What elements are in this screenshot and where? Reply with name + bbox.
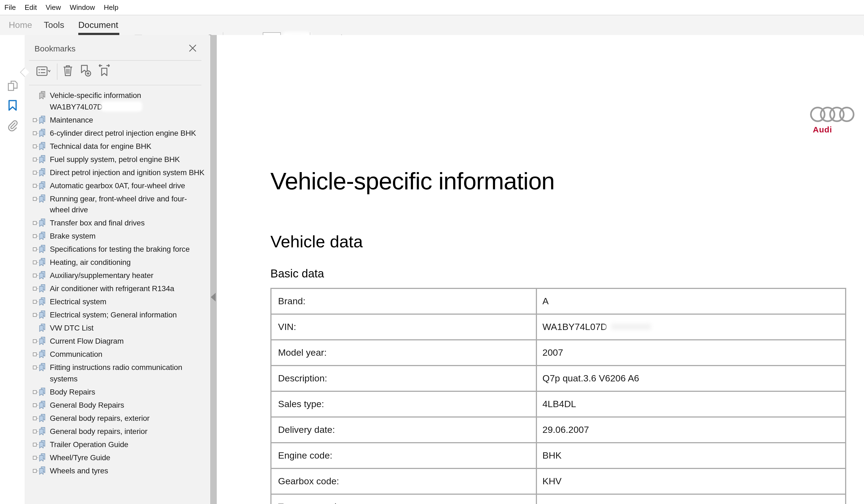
tree-expander-icon[interactable]	[33, 154, 38, 165]
expand-bookmark-icon[interactable]	[97, 63, 112, 77]
close-icon[interactable]	[188, 44, 197, 52]
tree-expander-icon[interactable]	[33, 180, 38, 191]
audi-rings-logo	[810, 107, 854, 122]
tab-home[interactable]: Home	[9, 15, 32, 35]
bookmark-ribbon-icon	[38, 349, 47, 360]
bookmark-item[interactable]: Auxiliary/supplementary heater	[33, 270, 209, 281]
tree-expander-icon[interactable]	[33, 90, 38, 101]
tree-expander-icon[interactable]	[33, 114, 38, 125]
tree-expander-icon[interactable]	[33, 412, 38, 423]
tree-expander-icon[interactable]	[33, 193, 38, 204]
tree-expander-icon[interactable]	[33, 362, 38, 373]
tree-expander-icon[interactable]	[33, 296, 38, 307]
delete-icon[interactable]	[62, 64, 74, 77]
bookmarks-panel: Bookmarks	[25, 35, 209, 504]
bookmark-ribbon-icon	[38, 167, 47, 178]
bookmark-item[interactable]: General body repairs, interior	[33, 425, 209, 437]
bookmark-item[interactable]: Running gear, front-wheel drive and four…	[33, 193, 209, 215]
tree-expander-icon[interactable]	[33, 335, 38, 346]
tree-expander-icon[interactable]	[33, 167, 38, 178]
panel-toolbar-separator	[57, 63, 58, 80]
menu-window[interactable]: Window	[70, 3, 95, 12]
bookmark-item[interactable]: 6-cylinder direct petrol injection engin…	[33, 127, 209, 139]
pages-icon[interactable]	[7, 80, 19, 92]
tree-expander-icon[interactable]	[33, 399, 38, 410]
tree-expander-icon[interactable]	[33, 425, 38, 436]
bookmark-item[interactable]: Fuel supply system, petrol engine BHK	[33, 154, 209, 165]
bookmark-ribbon-icon	[38, 362, 47, 373]
tree-expander-icon[interactable]	[33, 230, 38, 241]
tree-expander-icon[interactable]	[33, 452, 38, 463]
menu-help[interactable]: Help	[104, 3, 119, 12]
add-bookmark-icon[interactable]	[79, 64, 93, 78]
tree-expander-icon[interactable]	[33, 309, 38, 320]
tree-expander-icon[interactable]	[33, 322, 38, 333]
panel-splitter[interactable]	[209, 35, 217, 504]
bookmark-item[interactable]: Brake system	[33, 230, 209, 242]
bookmark-item[interactable]: Fitting instructions radio communication…	[33, 362, 209, 384]
bookmark-item[interactable]: Automatic gearbox 0AT, four-wheel drive	[33, 180, 209, 191]
bookmark-item[interactable]: Maintenance	[33, 114, 209, 125]
bookmark-ribbon-icon	[38, 335, 47, 346]
table-value-cell: KHV	[537, 468, 846, 494]
bookmark-item[interactable]: Air conditioner with refrigerant R134a	[33, 283, 209, 294]
tree-expander-icon[interactable]	[33, 349, 38, 360]
table-label-cell: Gearbox code:	[271, 468, 537, 494]
bookmarks-icon[interactable]	[7, 99, 19, 112]
bookmark-label: Specifications for testing the braking f…	[50, 243, 205, 255]
bookmark-list: Vehicle-specific information WA1BY74L07D…	[25, 90, 209, 478]
bookmark-item[interactable]: Vehicle-specific information WA1BY74L07D	[33, 90, 209, 112]
tree-expander-icon[interactable]	[33, 465, 38, 476]
tree-expander-icon[interactable]	[33, 243, 38, 254]
section-heading: Vehicle data	[271, 232, 363, 252]
bookmark-item[interactable]: Trailer Operation Guide	[33, 439, 209, 450]
bookmark-ribbon-icon	[38, 140, 47, 151]
bookmark-item[interactable]: General body repairs, exterior	[33, 412, 209, 423]
bookmark-item[interactable]: Communication	[33, 349, 209, 360]
tab-tools[interactable]: Tools	[44, 15, 64, 35]
table-row: Description: Q7p quat.3.6 V6206 A6	[271, 365, 846, 391]
bookmark-item[interactable]: Electrical system	[33, 296, 209, 307]
tree-expander-icon[interactable]	[33, 386, 38, 397]
bookmark-ribbon-icon	[38, 386, 47, 397]
bookmark-item[interactable]: Heating, air conditioning	[33, 257, 209, 268]
bookmark-label: Wheels and tyres	[50, 465, 205, 476]
bookmark-ribbon-icon	[38, 180, 47, 191]
menu-file[interactable]: File	[4, 3, 16, 12]
document-page: Audi Vehicle-specific information Vehicl…	[217, 35, 864, 504]
tree-expander-icon[interactable]	[33, 140, 38, 151]
tree-expander-icon[interactable]	[33, 257, 38, 267]
bookmark-item[interactable]: Wheels and tyres	[33, 465, 209, 476]
tab-document[interactable]: Document	[78, 15, 118, 35]
app-window: File Edit View Window Help Home Tools Do…	[0, 0, 864, 504]
bookmark-ribbon-icon	[38, 309, 47, 320]
attachments-icon[interactable]	[7, 119, 19, 131]
collapse-panel-icon[interactable]	[211, 293, 216, 301]
panel-title: Bookmarks	[35, 44, 75, 53]
tree-expander-icon[interactable]	[33, 270, 38, 281]
tree-expander-icon[interactable]	[33, 439, 38, 449]
tree-expander-icon[interactable]	[33, 217, 38, 228]
bookmark-item[interactable]: Body Repairs	[33, 386, 209, 397]
bookmark-item[interactable]: Wheel/Tyre Guide	[33, 452, 209, 463]
bookmark-item[interactable]: Electrical system; General information	[33, 309, 209, 321]
bookmark-item[interactable]: General Body Repairs	[33, 399, 209, 410]
bookmark-item[interactable]: Specifications for testing the braking f…	[33, 243, 209, 255]
toolbar: Home Tools Document	[0, 15, 864, 36]
table-row: Model year: 2007	[271, 340, 846, 365]
menu-bar: File Edit View Window Help	[0, 0, 864, 15]
bookmark-ribbon-icon	[38, 283, 47, 294]
bookmark-label: Electrical system; General information	[50, 309, 205, 321]
tree-expander-icon[interactable]	[33, 127, 38, 138]
bookmark-item[interactable]: Technical data for engine BHK	[33, 140, 209, 152]
bookmark-item[interactable]: Direct petrol injection and ignition sys…	[33, 167, 209, 178]
bookmark-item[interactable]: VW DTC List	[33, 322, 209, 334]
menu-edit[interactable]: Edit	[25, 3, 37, 12]
bookmark-ribbon-icon	[38, 439, 47, 449]
bookmark-ribbon-icon	[38, 90, 47, 101]
bookmark-item[interactable]: Current Flow Diagram	[33, 335, 209, 347]
menu-view[interactable]: View	[46, 3, 61, 12]
options-icon[interactable]	[36, 64, 50, 78]
bookmark-item[interactable]: Transfer box and final drives	[33, 217, 209, 228]
tree-expander-icon[interactable]	[33, 283, 38, 294]
